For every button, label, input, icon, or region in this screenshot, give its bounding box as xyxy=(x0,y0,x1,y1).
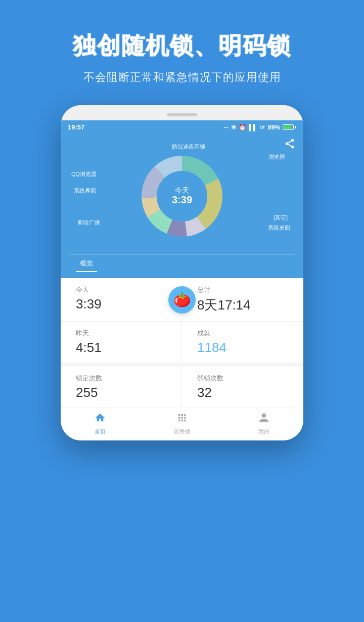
stat-total: 总计 8天17:14 xyxy=(182,278,303,321)
stat-yesterday: 昨天 4:51 xyxy=(61,322,182,363)
stat-today: 今天 3:39 xyxy=(61,278,182,321)
header-section: 独创随机锁、明码锁 不会阻断正常和紧急情况下的应用使用 xyxy=(0,0,364,100)
battery-icon xyxy=(283,124,296,130)
chart-center-label: 今天 xyxy=(175,186,189,194)
phone-mockup: 19:57 ··· ✲ ⏰ ▌▌ ☞ 89% xyxy=(61,105,303,440)
nav-label-home: 首页 xyxy=(95,428,106,435)
lock-stats-grid: 锁定次数 255 解锁次数 32 xyxy=(61,367,303,408)
status-right: ··· ✲ ⏰ ▌▌ ☞ 89% xyxy=(223,124,296,131)
achievement-value: 1184 xyxy=(197,340,303,356)
lock-count-cell: 锁定次数 255 xyxy=(61,367,182,408)
sub-title: 不会阻断正常和紧急情况下的应用使用 xyxy=(20,70,344,85)
unlock-count-value: 32 xyxy=(197,385,303,401)
lock-stats-section: 锁定次数 255 解锁次数 32 xyxy=(61,363,303,408)
bt-icon: ✲ xyxy=(231,124,236,131)
app-tab-bar: 概览 xyxy=(69,254,295,272)
nav-item-home[interactable]: 首页 xyxy=(95,412,106,435)
achievement-label: 成就 xyxy=(197,329,303,338)
label-qq: QQ浏览器 xyxy=(71,170,97,178)
nav-item-applock[interactable]: 应用锁 xyxy=(173,412,190,435)
phone-speaker xyxy=(167,113,197,116)
yesterday-value: 4:51 xyxy=(76,340,181,356)
label-browser: 浏览器 xyxy=(268,153,285,161)
battery-percent: 89% xyxy=(268,124,280,131)
status-bar: 19:57 ··· ✲ ⏰ ▌▌ ☞ 89% xyxy=(61,120,303,134)
lock-count-value: 255 xyxy=(76,385,181,401)
label-radio: 听听广播 xyxy=(78,219,100,227)
tab-overview[interactable]: 概览 xyxy=(76,257,97,272)
stats-top: 今天 3:39 总计 8天17:14 🍅 xyxy=(61,278,303,322)
label-system: 系统界面 xyxy=(74,187,96,194)
main-title: 独创随机锁、明码锁 xyxy=(20,30,344,62)
stats-section: 今天 3:39 总计 8天17:14 🍅 昨天 4:51 xyxy=(61,278,303,363)
chart-area: 防沉迷应用锁 浏览器 [其它] 系统桌面 微信 听听广播 系统界面 QQ浏览器 xyxy=(69,138,295,254)
phone-top xyxy=(61,105,303,120)
alarm-icon: ⏰ xyxy=(239,124,246,131)
person-icon xyxy=(258,412,269,426)
signal-icon: ▌▌ xyxy=(249,124,257,131)
home-icon xyxy=(95,412,106,426)
total-value: 8天17:14 xyxy=(197,296,303,314)
yesterday-label: 昨天 xyxy=(76,329,181,338)
wifi-icon: ☞ xyxy=(260,124,265,131)
bottom-nav: 首页 应用锁 我的 xyxy=(61,408,303,440)
stat-achievement: 成就 1184 xyxy=(182,322,303,363)
app-content: 防沉迷应用锁 浏览器 [其它] 系统桌面 微信 听听广播 系统界面 QQ浏览器 xyxy=(61,134,303,278)
chart-center-time: 3:39 xyxy=(172,194,192,205)
nav-label-applock: 应用锁 xyxy=(173,428,190,435)
tomato-button[interactable]: 🍅 xyxy=(168,286,196,314)
donut-svg: 今天 3:39 xyxy=(131,146,233,247)
stats-bottom: 昨天 4:51 成就 1184 xyxy=(61,322,303,363)
lock-count-label: 锁定次数 xyxy=(76,374,181,383)
apps-icon xyxy=(176,412,188,426)
total-label: 总计 xyxy=(197,285,303,294)
unlock-count-label: 解锁次数 xyxy=(197,374,303,383)
unlock-count-cell: 解锁次数 32 xyxy=(182,367,303,408)
tomato-icon: 🍅 xyxy=(173,291,191,308)
bluetooth-icon: ··· xyxy=(223,124,229,131)
nav-label-mine: 我的 xyxy=(258,428,269,435)
donut-chart-container: 今天 3:39 xyxy=(131,146,233,247)
status-time: 19:57 xyxy=(68,123,84,131)
nav-item-mine[interactable]: 我的 xyxy=(258,412,269,435)
today-value: 3:39 xyxy=(76,296,181,312)
label-desktop: 系统桌面 xyxy=(268,224,290,232)
today-label: 今天 xyxy=(76,285,181,294)
label-other: [其它] xyxy=(274,214,288,221)
